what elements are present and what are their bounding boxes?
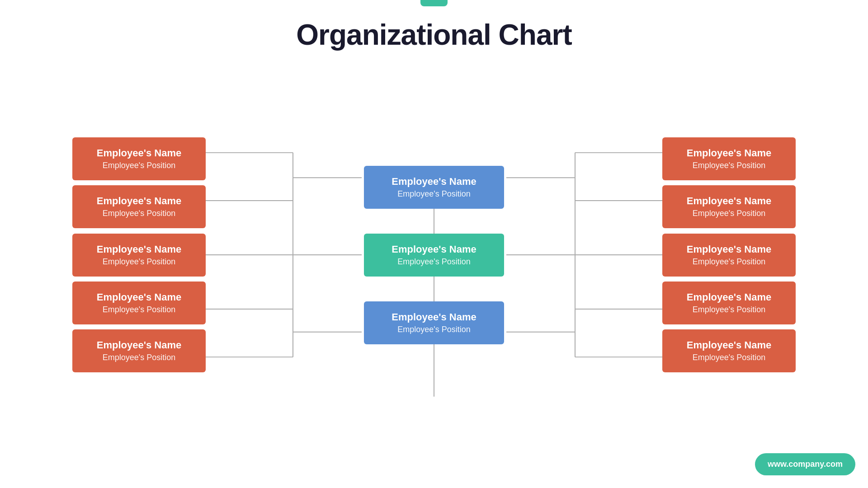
right-column: Employee's Name Employee's Position Empl… [662, 92, 796, 418]
center-card-bot: Employee's Name Employee's Position [364, 301, 504, 344]
left-card-2: Employee's Name Employee's Position [72, 185, 206, 228]
website-badge: www.company.com [755, 453, 855, 475]
center-card-top: Employee's Name Employee's Position [364, 166, 504, 209]
center-vline-1 [434, 209, 434, 234]
right-card-3: Employee's Name Employee's Position [662, 234, 796, 277]
center-column: Employee's Name Employee's Position Empl… [364, 166, 504, 344]
left-card-1: Employee's Name Employee's Position [72, 137, 206, 180]
chart-inner: Employee's Name Employee's Position Empl… [72, 92, 796, 418]
left-column: Employee's Name Employee's Position Empl… [72, 92, 206, 418]
left-card-3: Employee's Name Employee's Position [72, 234, 206, 277]
right-card-4: Employee's Name Employee's Position [662, 282, 796, 324]
org-chart: Employee's Name Employee's Position Empl… [0, 79, 868, 431]
center-card-mid: Employee's Name Employee's Position [364, 234, 504, 277]
left-card-4: Employee's Name Employee's Position [72, 282, 206, 324]
top-accent-bar [420, 0, 448, 6]
center-vline-2 [434, 277, 434, 301]
right-card-5: Employee's Name Employee's Position [662, 329, 796, 372]
right-card-1: Employee's Name Employee's Position [662, 137, 796, 180]
right-card-2: Employee's Name Employee's Position [662, 185, 796, 228]
left-card-5: Employee's Name Employee's Position [72, 329, 206, 372]
page-title: Organizational Chart [0, 0, 868, 52]
